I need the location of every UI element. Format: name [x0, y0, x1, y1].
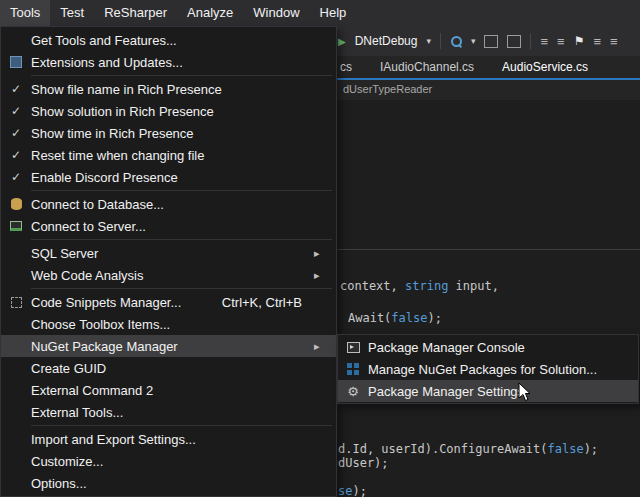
menu-item-gutter: ✓	[1, 170, 31, 184]
check-icon: ✓	[11, 148, 21, 162]
outdent-lines-icon[interactable]: ≡	[557, 34, 565, 49]
check-icon: ✓	[11, 126, 21, 140]
menu-item-label: Extensions and Updates...	[31, 55, 183, 70]
menu-item-label: Package Manager Settings	[368, 384, 524, 399]
menu-item-label: Create GUID	[31, 361, 106, 376]
mouse-cursor	[518, 382, 532, 406]
submenu-item-package-manager-console[interactable]: Package Manager Console	[338, 336, 638, 358]
code-line: se);	[338, 484, 367, 497]
menu-item-create-guid[interactable]: Create GUID	[1, 357, 336, 379]
submenu-arrow-icon: ▸	[314, 340, 336, 353]
menu-separator	[31, 425, 332, 426]
debug-target-dropdown[interactable]: DNetDebug	[355, 34, 418, 48]
menu-item-show-file-name-rich-presence[interactable]: ✓ Show file name in Rich Presence	[1, 78, 336, 100]
menu-item-gutter	[338, 363, 368, 375]
menu-item-label: Get Tools and Features...	[31, 33, 177, 48]
menu-item-show-solution-rich-presence[interactable]: ✓ Show solution in Rich Presence	[1, 100, 336, 122]
menu-separator	[31, 288, 332, 289]
console-icon	[347, 342, 360, 353]
menu-item-gutter: ✓	[1, 104, 31, 118]
menu-item-nuget-package-manager[interactable]: NuGet Package Manager ▸	[1, 335, 336, 357]
menu-item-label: NuGet Package Manager	[31, 339, 178, 354]
toolbar-separator	[440, 33, 441, 49]
code-line: context, string input,	[340, 279, 499, 293]
menu-item-import-and-export-settings[interactable]: Import and Export Settings...	[1, 428, 336, 450]
breadcrumb[interactable]: dUserTypeReader	[343, 83, 432, 95]
nuget-package-manager-submenu: Package Manager Console Manage NuGet Pac…	[337, 334, 639, 404]
submenu-item-manage-nuget-packages-for-solution[interactable]: Manage NuGet Packages for Solution...	[338, 358, 638, 380]
menubar-item-window[interactable]: Window	[243, 0, 309, 26]
submenu-arrow-icon: ▸	[314, 269, 336, 282]
menu-separator	[31, 190, 332, 191]
check-icon: ✓	[11, 82, 21, 96]
menu-item-label: Choose Toolbox Items...	[31, 317, 170, 332]
tab-iaudiochannel[interactable]: IAudioChannel.cs	[380, 60, 474, 74]
server-icon	[10, 221, 22, 231]
menu-item-connect-to-database[interactable]: Connect to Database...	[1, 193, 336, 215]
menu-item-label: Reset time when changing file	[31, 148, 204, 163]
attach-to-process-icon[interactable]	[507, 35, 521, 48]
menu-item-connect-to-server[interactable]: Connect to Server...	[1, 215, 336, 237]
menubar-item-analyze[interactable]: Analyze	[177, 0, 243, 26]
bookmark-icon[interactable]: ⚑	[574, 34, 585, 48]
start-debug-icon[interactable]: ▶	[338, 36, 346, 47]
menu-item-label: External Tools...	[31, 405, 123, 420]
menu-item-label: Show solution in Rich Presence	[31, 104, 214, 119]
menu-item-gutter	[1, 297, 31, 308]
menu-item-customize[interactable]: Customize...	[1, 450, 336, 472]
tools-menu: Get Tools and Features... Extensions and…	[0, 26, 337, 497]
code-line: d.Id, userId).ConfigureAwait(false);	[338, 442, 598, 456]
menu-item-code-snippets-manager[interactable]: Code Snippets Manager... Ctrl+K, Ctrl+B	[1, 291, 336, 313]
menubar-item-help[interactable]: Help	[310, 0, 357, 26]
tab-partial[interactable]: cs	[340, 60, 352, 74]
indent-lines-icon[interactable]: ≡	[540, 34, 548, 49]
database-icon	[11, 198, 22, 210]
menu-item-choose-toolbox-items[interactable]: Choose Toolbox Items...	[1, 313, 336, 335]
vs-window: Tools Test ReSharper Analyze Window Help…	[0, 0, 640, 497]
menu-separator	[31, 75, 332, 76]
check-icon: ✓	[11, 104, 21, 118]
check-icon: ✓	[11, 170, 21, 184]
menu-item-options[interactable]: Options...	[1, 472, 336, 494]
menu-item-gutter	[1, 221, 31, 231]
menu-item-web-code-analysis[interactable]: Web Code Analysis ▸	[1, 264, 336, 286]
menu-item-label: Customize...	[31, 454, 103, 469]
menu-item-external-tools[interactable]: External Tools...	[1, 401, 336, 423]
menu-item-gutter: ⚙	[338, 385, 368, 398]
menu-item-reset-time-when-changing-file[interactable]: ✓ Reset time when changing file	[1, 144, 336, 166]
menu-item-label: Manage NuGet Packages for Solution...	[368, 362, 597, 377]
comment-lines-icon[interactable]: ≡	[593, 34, 601, 49]
menu-item-label: Code Snippets Manager...	[31, 295, 181, 310]
menu-item-sql-server[interactable]: SQL Server ▸	[1, 242, 336, 264]
menu-item-enable-discord-presence[interactable]: ✓ Enable Discord Presence	[1, 166, 336, 188]
menu-bar: Tools Test ReSharper Analyze Window Help	[0, 0, 640, 26]
menu-item-label: SQL Server	[31, 246, 98, 261]
menu-item-get-tools-and-features[interactable]: Get Tools and Features...	[1, 29, 336, 51]
find-dropdown-chevron-icon[interactable]: ▾	[471, 36, 476, 46]
menu-item-gutter	[1, 198, 31, 210]
tab-audioservice[interactable]: AudioService.cs	[502, 60, 588, 74]
menu-item-gutter: ✓	[1, 148, 31, 162]
find-icon[interactable]	[450, 35, 462, 47]
gear-icon: ⚙	[347, 385, 359, 398]
menu-item-gutter	[1, 56, 31, 68]
menu-item-label: Connect to Database...	[31, 197, 164, 212]
submenu-item-package-manager-settings[interactable]: ⚙ Package Manager Settings	[338, 380, 638, 402]
code-line: Await(false);	[348, 311, 442, 325]
menu-item-label: Connect to Server...	[31, 219, 146, 234]
menu-item-gutter: ✓	[1, 82, 31, 96]
menu-item-shortcut: Ctrl+K, Ctrl+B	[222, 295, 302, 310]
menu-item-label: Web Code Analysis	[31, 268, 144, 283]
menu-item-external-command-2[interactable]: External Command 2	[1, 379, 336, 401]
menu-item-show-time-rich-presence[interactable]: ✓ Show time in Rich Presence	[1, 122, 336, 144]
menu-item-extensions-and-updates[interactable]: Extensions and Updates...	[1, 51, 336, 73]
menu-item-label: External Command 2	[31, 383, 153, 398]
menu-item-label: Enable Discord Presence	[31, 170, 178, 185]
window-layout-icon[interactable]	[484, 35, 498, 48]
packages-icon	[347, 363, 359, 375]
debug-target-chevron-icon[interactable]: ▾	[426, 36, 431, 46]
menubar-item-test[interactable]: Test	[50, 0, 94, 26]
menubar-item-tools[interactable]: Tools	[0, 0, 50, 26]
uncomment-lines-icon[interactable]: ≡	[610, 34, 618, 49]
menubar-item-resharper[interactable]: ReSharper	[94, 0, 177, 26]
